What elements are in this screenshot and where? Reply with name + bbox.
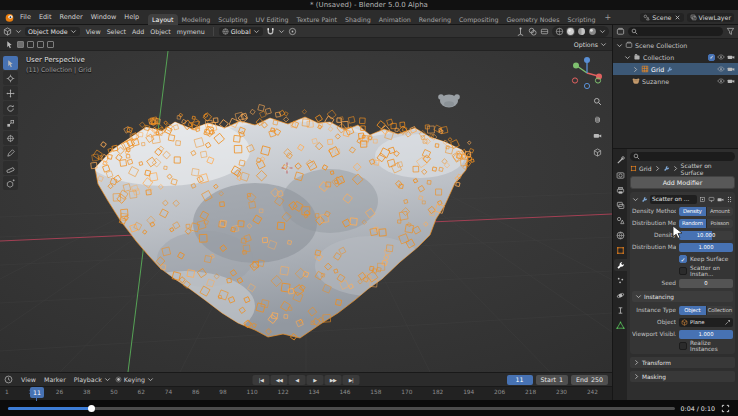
expand-caret-icon[interactable] [616, 42, 623, 49]
select-mode-set[interactable] [17, 41, 24, 48]
options-dropdown[interactable]: Options [574, 41, 607, 48]
timeline-menu-item[interactable]: Marker [40, 376, 70, 383]
option-density[interactable]: Density [679, 207, 707, 216]
option-amount[interactable]: Amount [707, 207, 734, 216]
shading-chevron-icon[interactable] [599, 28, 606, 35]
unlink-scene-icon[interactable] [674, 14, 681, 21]
properties-tab-data[interactable] [614, 319, 627, 331]
outliner-search-input[interactable] [628, 27, 723, 36]
section-masking[interactable]: Masking [630, 371, 735, 382]
disable-in-render-toggle[interactable] [727, 65, 735, 73]
outliner-row-collection[interactable]: Collection [613, 51, 738, 63]
outliner-display-mode-icon[interactable] [616, 27, 625, 36]
expand-caret-icon[interactable] [624, 54, 631, 61]
eyedropper-icon[interactable] [724, 319, 731, 326]
play-button[interactable]: ▶ [307, 375, 324, 385]
select-mode-intersect[interactable] [47, 41, 54, 48]
viewport-visibility-slider[interactable]: 1.000 [679, 330, 733, 339]
gizmo-toggle-icon[interactable] [516, 27, 525, 36]
workspace-tab[interactable]: Layout [148, 14, 177, 25]
rendered-shading-icon[interactable] [588, 27, 597, 36]
jump-to-end-button[interactable]: ▶| [343, 375, 360, 385]
viewport-menu-item[interactable]: mymenu [174, 28, 208, 35]
modifier-name-field[interactable]: Scatter on ... [650, 195, 697, 204]
scene-selector[interactable]: Scene [640, 13, 683, 22]
properties-tab-particles[interactable] [614, 274, 627, 286]
overlays-toggle-icon[interactable] [528, 27, 537, 36]
workspace-tab[interactable]: Rendering [415, 14, 455, 25]
move-tool[interactable] [3, 86, 18, 100]
rotate-tool[interactable] [3, 101, 18, 115]
measure-tool[interactable] [3, 161, 18, 175]
end-frame-field[interactable]: End250 [571, 375, 608, 385]
workspace-tab[interactable]: Sculpting [214, 14, 251, 25]
breadcrumb-modifier[interactable]: Scatter on Surface [681, 162, 735, 176]
option-object[interactable]: Object [679, 306, 707, 315]
filter-icon[interactable] [726, 27, 735, 36]
select-mode-extend[interactable] [27, 41, 34, 48]
menu-item[interactable]: Help [120, 13, 143, 21]
properties-tab-constraints[interactable] [614, 304, 627, 316]
editor-type-icon[interactable] [3, 27, 12, 36]
solid-shading-icon[interactable] [566, 27, 575, 36]
xray-toggle-icon[interactable] [540, 27, 549, 36]
keying-dropdown[interactable]: Keying [115, 376, 154, 383]
select-box-tool[interactable] [3, 56, 18, 70]
object-name[interactable]: Grid [651, 66, 664, 73]
edit-mode-toggle-icon[interactable] [699, 196, 706, 203]
add-cube-tool[interactable] [3, 176, 18, 190]
blender-logo-icon[interactable] [4, 12, 15, 23]
pan-hand-icon[interactable] [593, 114, 602, 123]
snap-chevron-icon[interactable] [278, 28, 285, 35]
realize-instances-checkbox[interactable] [679, 342, 687, 350]
cursor-tool[interactable] [3, 71, 18, 85]
render-toggle-icon[interactable] [717, 196, 724, 203]
view-layer-selector[interactable]: ViewLayer [687, 13, 735, 22]
properties-tab-object[interactable] [614, 244, 627, 256]
mode-selector[interactable]: Object Mode [25, 27, 80, 36]
zoom-icon[interactable] [593, 97, 602, 106]
add-modifier-button[interactable]: Add Modifier [630, 176, 735, 189]
outliner-row-suzanne[interactable]: Suzanne [613, 75, 738, 87]
properties-tab-physics[interactable] [614, 289, 627, 301]
disable-in-render-toggle[interactable] [727, 53, 735, 61]
timeline-menu-item[interactable]: View [17, 376, 40, 383]
workspace-tab[interactable]: Modeling [178, 14, 215, 25]
workspace-tab[interactable]: Scripting [564, 14, 600, 25]
collection-checkbox[interactable] [708, 54, 715, 61]
option-collection[interactable]: Collection [707, 306, 734, 315]
outliner-row-scene-collection[interactable]: Scene Collection [613, 39, 738, 51]
properties-tab-world[interactable] [614, 229, 627, 241]
breadcrumb-object[interactable]: Grid [639, 165, 652, 172]
material-shading-icon[interactable] [577, 27, 586, 36]
menu-item[interactable]: Render [55, 13, 86, 21]
camera-view-icon[interactable] [593, 131, 602, 140]
viewport-menu-item[interactable]: Add [129, 28, 147, 35]
outliner-row-grid[interactable]: Grid [613, 63, 738, 75]
3d-viewport-canvas[interactable] [0, 51, 612, 372]
properties-tab-scene[interactable] [614, 214, 627, 226]
object-name[interactable]: Collection [643, 54, 674, 61]
workspace-tab[interactable]: UV Editing [252, 14, 293, 25]
workspace-tab[interactable]: Shading [341, 14, 375, 25]
jump-to-next-keyframe-button[interactable]: ▶▶ [325, 375, 342, 385]
snap-magnet-icon[interactable] [266, 27, 275, 36]
menu-item[interactable]: File [16, 13, 35, 21]
frame-ruler[interactable]: 1142638506274869811012213414615817018219… [0, 386, 612, 400]
section-transform[interactable]: Transform [630, 357, 735, 368]
properties-tab-tool[interactable] [614, 154, 627, 166]
disable-in-render-toggle[interactable] [727, 77, 735, 85]
select-mode-subtract[interactable] [37, 41, 44, 48]
transform-orientation-selector[interactable]: Global [219, 27, 263, 36]
transform-tool[interactable] [3, 131, 18, 145]
3d-viewport[interactable]: User Perspective (11) Collection | Grid [0, 51, 612, 372]
instancing-section-header[interactable]: Instancing [632, 291, 733, 302]
collapse-caret-icon[interactable] [632, 196, 639, 203]
viewport-menu-item[interactable]: Object [147, 28, 174, 35]
fullscreen-icon[interactable] [721, 404, 730, 413]
extras-menu-icon[interactable] [726, 196, 733, 203]
toggle-perspective-icon[interactable] [593, 148, 602, 157]
hide-in-viewport-toggle[interactable] [717, 77, 725, 85]
properties-tab-render[interactable] [614, 169, 627, 181]
playhead[interactable]: 11 [30, 387, 44, 398]
